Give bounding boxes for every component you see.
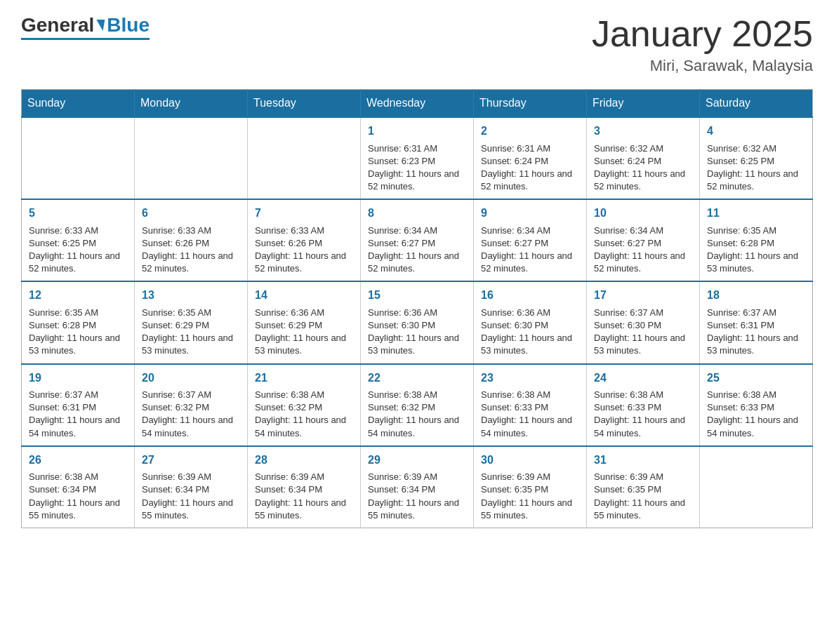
title-block: January 2025 Miri, Sarawak, Malaysia: [592, 14, 813, 75]
day-info-text: Daylight: 11 hours and 53 minutes.: [481, 332, 579, 357]
day-number: 5: [29, 206, 127, 221]
calendar-header-row: SundayMondayTuesdayWednesdayThursdayFrid…: [22, 90, 813, 118]
day-info-text: Sunset: 6:32 PM: [368, 401, 466, 414]
day-info-text: Daylight: 11 hours and 55 minutes.: [29, 497, 127, 522]
calendar-week-row: 12Sunrise: 6:35 AMSunset: 6:28 PMDayligh…: [22, 281, 813, 363]
calendar-day-cell: 10Sunrise: 6:34 AMSunset: 6:27 PMDayligh…: [587, 199, 700, 281]
day-info-text: Sunset: 6:35 PM: [481, 483, 579, 496]
calendar-day-cell: [700, 446, 813, 528]
day-info-text: Sunset: 6:26 PM: [255, 237, 353, 250]
day-number: 18: [707, 288, 805, 303]
day-info-text: Sunrise: 6:38 AM: [368, 389, 466, 401]
calendar-day-cell: 26Sunrise: 6:38 AMSunset: 6:34 PMDayligh…: [22, 446, 135, 528]
day-info-text: Sunrise: 6:35 AM: [707, 224, 805, 237]
day-info-text: Sunset: 6:33 PM: [594, 401, 692, 414]
calendar-day-cell: 21Sunrise: 6:38 AMSunset: 6:32 PMDayligh…: [248, 364, 361, 446]
day-number: 28: [255, 452, 353, 468]
day-info-text: Daylight: 11 hours and 54 minutes.: [368, 414, 466, 439]
calendar-day-cell: 12Sunrise: 6:35 AMSunset: 6:28 PMDayligh…: [22, 281, 135, 363]
day-info-text: Daylight: 11 hours and 54 minutes.: [481, 414, 579, 439]
day-info-text: Daylight: 11 hours and 54 minutes.: [29, 414, 127, 439]
day-info-text: Daylight: 11 hours and 54 minutes.: [594, 414, 692, 439]
day-info-text: Daylight: 11 hours and 53 minutes.: [142, 332, 240, 357]
calendar-day-cell: 17Sunrise: 6:37 AMSunset: 6:30 PMDayligh…: [587, 281, 700, 363]
logo-arrow-icon: [95, 20, 105, 31]
calendar-day-cell: 20Sunrise: 6:37 AMSunset: 6:32 PMDayligh…: [135, 364, 248, 446]
day-info-text: Sunrise: 6:39 AM: [481, 471, 579, 483]
day-info-text: Sunrise: 6:36 AM: [368, 307, 466, 319]
calendar-day-cell: 23Sunrise: 6:38 AMSunset: 6:33 PMDayligh…: [474, 364, 587, 446]
day-number: 1: [368, 123, 466, 139]
calendar-day-cell: 2Sunrise: 6:31 AMSunset: 6:24 PMDaylight…: [474, 117, 587, 199]
day-info-text: Daylight: 11 hours and 55 minutes.: [255, 497, 353, 522]
day-info-text: Sunrise: 6:39 AM: [594, 471, 692, 483]
calendar-day-cell: 30Sunrise: 6:39 AMSunset: 6:35 PMDayligh…: [474, 446, 587, 528]
day-info-text: Sunrise: 6:38 AM: [29, 471, 127, 483]
day-number: 24: [594, 370, 692, 386]
day-of-week-header: Saturday: [700, 90, 813, 118]
page-header: General Blue January 2025 Miri, Sarawak,…: [21, 14, 813, 75]
day-info-text: Daylight: 11 hours and 52 minutes.: [368, 168, 466, 193]
calendar-day-cell: 24Sunrise: 6:38 AMSunset: 6:33 PMDayligh…: [587, 364, 700, 446]
calendar-day-cell: 11Sunrise: 6:35 AMSunset: 6:28 PMDayligh…: [700, 199, 813, 281]
calendar-day-cell: 29Sunrise: 6:39 AMSunset: 6:34 PMDayligh…: [361, 446, 474, 528]
day-number: 4: [707, 123, 805, 139]
day-info-text: Daylight: 11 hours and 55 minutes.: [481, 497, 579, 522]
day-info-text: Sunset: 6:26 PM: [142, 237, 240, 250]
day-number: 16: [481, 288, 579, 303]
logo-underline: [21, 38, 150, 40]
day-info-text: Daylight: 11 hours and 52 minutes.: [594, 168, 692, 193]
day-info-text: Sunrise: 6:38 AM: [481, 389, 579, 401]
day-info-text: Sunrise: 6:33 AM: [29, 224, 127, 237]
calendar-day-cell: 4Sunrise: 6:32 AMSunset: 6:25 PMDaylight…: [700, 117, 813, 199]
day-info-text: Daylight: 11 hours and 54 minutes.: [255, 414, 353, 439]
calendar-day-cell: [248, 117, 361, 199]
day-info-text: Sunset: 6:33 PM: [481, 401, 579, 414]
day-number: 31: [594, 452, 692, 468]
day-number: 7: [255, 206, 353, 221]
day-number: 6: [142, 206, 240, 221]
calendar-day-cell: 1Sunrise: 6:31 AMSunset: 6:23 PMDaylight…: [361, 117, 474, 199]
day-number: 23: [481, 370, 579, 386]
calendar-day-cell: 6Sunrise: 6:33 AMSunset: 6:26 PMDaylight…: [135, 199, 248, 281]
day-info-text: Sunset: 6:30 PM: [368, 319, 466, 332]
day-number: 17: [594, 288, 692, 303]
day-info-text: Sunset: 6:33 PM: [707, 401, 805, 414]
day-info-text: Sunset: 6:25 PM: [29, 237, 127, 250]
day-number: 25: [707, 370, 805, 386]
day-info-text: Sunset: 6:32 PM: [142, 401, 240, 414]
day-info-text: Sunrise: 6:37 AM: [29, 389, 127, 401]
calendar-week-row: 19Sunrise: 6:37 AMSunset: 6:31 PMDayligh…: [22, 364, 813, 446]
day-number: 2: [481, 123, 579, 139]
day-info-text: Sunset: 6:27 PM: [594, 237, 692, 250]
day-info-text: Daylight: 11 hours and 52 minutes.: [142, 250, 240, 275]
day-info-text: Sunset: 6:28 PM: [29, 319, 127, 332]
logo: General Blue: [21, 14, 150, 40]
calendar-day-cell: 3Sunrise: 6:32 AMSunset: 6:24 PMDaylight…: [587, 117, 700, 199]
day-info-text: Sunrise: 6:38 AM: [255, 389, 353, 401]
calendar-table: SundayMondayTuesdayWednesdayThursdayFrid…: [21, 89, 813, 528]
day-number: 12: [29, 288, 127, 303]
day-info-text: Sunset: 6:23 PM: [368, 155, 466, 168]
day-info-text: Daylight: 11 hours and 52 minutes.: [368, 250, 466, 275]
day-info-text: Sunset: 6:27 PM: [481, 237, 579, 250]
calendar-day-cell: 19Sunrise: 6:37 AMSunset: 6:31 PMDayligh…: [22, 364, 135, 446]
day-info-text: Daylight: 11 hours and 53 minutes.: [29, 332, 127, 357]
day-info-text: Daylight: 11 hours and 55 minutes.: [368, 497, 466, 522]
day-info-text: Sunrise: 6:36 AM: [255, 307, 353, 319]
day-info-text: Sunrise: 6:36 AM: [481, 307, 579, 319]
day-info-text: Sunset: 6:24 PM: [594, 155, 692, 168]
day-info-text: Sunrise: 6:32 AM: [594, 142, 692, 155]
day-info-text: Sunset: 6:34 PM: [29, 483, 127, 496]
day-number: 10: [594, 206, 692, 221]
calendar-day-cell: [22, 117, 135, 199]
day-info-text: Sunrise: 6:39 AM: [368, 471, 466, 483]
day-info-text: Sunset: 6:34 PM: [255, 483, 353, 496]
day-info-text: Sunrise: 6:37 AM: [142, 389, 240, 401]
calendar-day-cell: 14Sunrise: 6:36 AMSunset: 6:29 PMDayligh…: [248, 281, 361, 363]
day-number: 20: [142, 370, 240, 386]
day-info-text: Sunset: 6:34 PM: [368, 483, 466, 496]
day-info-text: Sunset: 6:24 PM: [481, 155, 579, 168]
day-info-text: Sunset: 6:32 PM: [255, 401, 353, 414]
calendar-day-cell: 22Sunrise: 6:38 AMSunset: 6:32 PMDayligh…: [361, 364, 474, 446]
